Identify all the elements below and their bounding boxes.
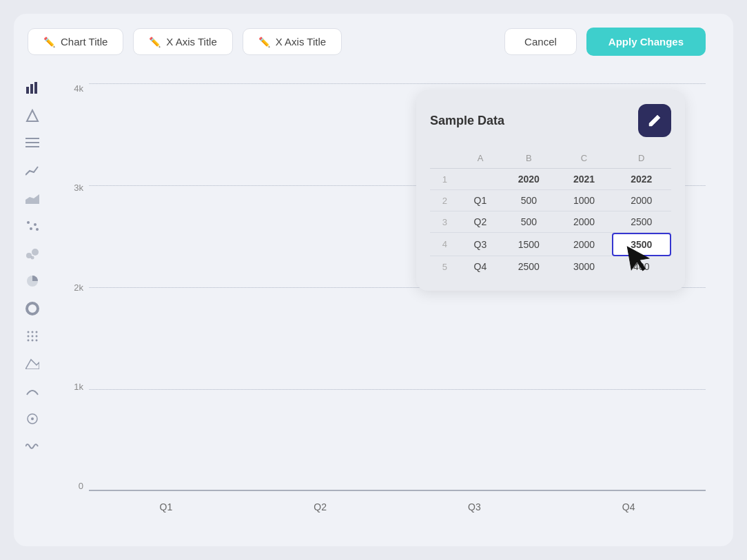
cell-row5-b[interactable]: 2500 [501,256,556,277]
chart-title-label: Chart Title [61,36,108,48]
y-axis: 4k 3k 2k 1k 0 [58,76,89,491]
y-label-2k: 2k [74,282,83,293]
svg-point-21 [32,335,34,338]
cell-row2-c[interactable]: 1000 [556,190,611,211]
pencil-icon-xaxis1: ✏️ [149,37,161,48]
svg-point-17 [28,331,30,333]
sidebar-icon-list[interactable] [21,132,44,155]
sidebar-icon-dot-grid[interactable] [21,324,44,348]
cell-row2-b[interactable]: 500 [501,190,556,211]
svg-rect-1 [30,84,33,94]
cell-row1-num: 1 [430,169,460,190]
baseline-line [89,490,706,491]
svg-marker-3 [27,110,38,121]
svg-point-16 [27,303,38,314]
pencil-icon-chart: ✏️ [43,37,55,48]
svg-point-28 [31,417,34,420]
x-axis-title-2-label: X Axis Title [276,36,326,48]
apply-changes-button[interactable]: Apply Changes [586,28,706,56]
sidebar-icon-bar-chart[interactable] [21,76,44,100]
cell-row1-b[interactable]: 2020 [501,169,556,190]
sidebar-icon-wave[interactable] [21,435,44,458]
x-label-q3: Q3 [398,495,552,519]
cell-row1-c[interactable]: 2021 [556,169,611,190]
cell-row2-a[interactable]: Q1 [460,190,502,211]
sidebar-icon-donut[interactable] [21,297,44,320]
y-label-0: 0 [79,481,83,491]
cell-row5-a[interactable]: Q4 [460,256,502,277]
svg-point-23 [28,340,30,342]
sidebar-icon-scatter[interactable] [21,214,44,238]
sidebar-icon-line-chart[interactable] [21,159,44,183]
col-header-c: C [556,148,611,169]
svg-point-10 [30,227,32,230]
cell-row4-a[interactable]: Q3 [460,233,502,256]
cell-row3-d[interactable]: 2500 [612,211,671,233]
table-row: 1 2020 2021 2022 [430,169,671,190]
main-container: ✏️ Chart Title ✏️ X Axis Title ✏️ X Axis… [14,14,733,546]
edit-data-button[interactable] [638,104,671,137]
svg-point-20 [28,335,30,338]
pencil-icon-xaxis2: ✏️ [258,37,270,48]
svg-rect-6 [25,146,39,147]
panel-header: Sample Data [430,104,671,137]
panel-title: Sample Data [430,114,504,128]
toolbar: ✏️ Chart Title ✏️ X Axis Title ✏️ X Axis… [14,28,719,70]
table-header-row: A B C D [430,148,671,169]
sidebar [14,70,51,532]
chart-wrapper: 4k 3k 2k 1k 0 [58,76,706,519]
svg-point-24 [32,340,34,342]
svg-point-8 [27,221,30,224]
svg-point-9 [34,223,37,226]
cell-row3-b[interactable]: 500 [501,211,556,233]
cell-row4-num: 4 [430,233,460,256]
y-label-3k: 3k [74,183,83,193]
x-axis-title-1-button[interactable]: ✏️ X Axis Title [133,28,232,55]
svg-point-25 [36,340,38,342]
chart-area: 4k 3k 2k 1k 0 [51,70,719,532]
sidebar-icon-circle-dot[interactable] [21,407,44,431]
svg-rect-0 [26,87,29,94]
table-row: 2 Q1 500 1000 2000 [430,190,671,211]
cell-row2-num: 2 [430,190,460,211]
sidebar-icon-bubble[interactable] [21,242,44,265]
y-label-1k: 1k [74,382,83,392]
svg-point-19 [36,331,38,333]
sidebar-icon-pie-chart[interactable] [21,269,44,293]
sidebar-icon-arc[interactable] [21,380,44,403]
svg-rect-2 [34,82,37,94]
svg-rect-5 [25,142,39,143]
svg-point-14 [31,256,34,260]
cell-row1-a [460,169,502,190]
sample-data-panel: Sample Data A B C D [416,90,685,291]
svg-marker-29 [627,243,651,272]
x-label-q2: Q2 [243,495,398,519]
cell-row4-b[interactable]: 1500 [501,233,556,256]
cancel-button[interactable]: Cancel [504,28,577,55]
svg-rect-4 [25,138,39,139]
table-row: 3 Q2 500 2000 2500 [430,211,671,233]
col-header-b: B [501,148,556,169]
x-axis-title-2-button[interactable]: ✏️ X Axis Title [243,28,342,55]
svg-marker-7 [25,194,39,204]
cell-row5-c[interactable]: 3000 [556,256,611,277]
sidebar-icon-mountain[interactable] [21,352,44,375]
cell-row3-a[interactable]: Q2 [460,211,502,233]
content-area: 4k 3k 2k 1k 0 [14,70,719,532]
sidebar-icon-area-chart[interactable] [21,187,44,210]
cell-row2-d[interactable]: 2000 [612,190,671,211]
col-header-row-num [430,148,460,169]
cell-row5-num: 5 [430,256,460,277]
y-label-4k: 4k [74,83,83,94]
cell-row1-d[interactable]: 2022 [612,169,671,190]
cell-row3-c[interactable]: 2000 [556,211,611,233]
x-axis: Q1 Q2 Q3 Q4 [89,495,706,519]
col-header-a: A [460,148,502,169]
cell-row3-num: 3 [430,211,460,233]
col-header-d: D [612,148,671,169]
chart-title-button[interactable]: ✏️ Chart Title [28,28,123,55]
cell-row4-c[interactable]: 2000 [556,233,611,256]
svg-point-22 [36,335,38,338]
svg-point-13 [32,249,39,256]
sidebar-icon-triangle-chart[interactable] [21,104,44,127]
